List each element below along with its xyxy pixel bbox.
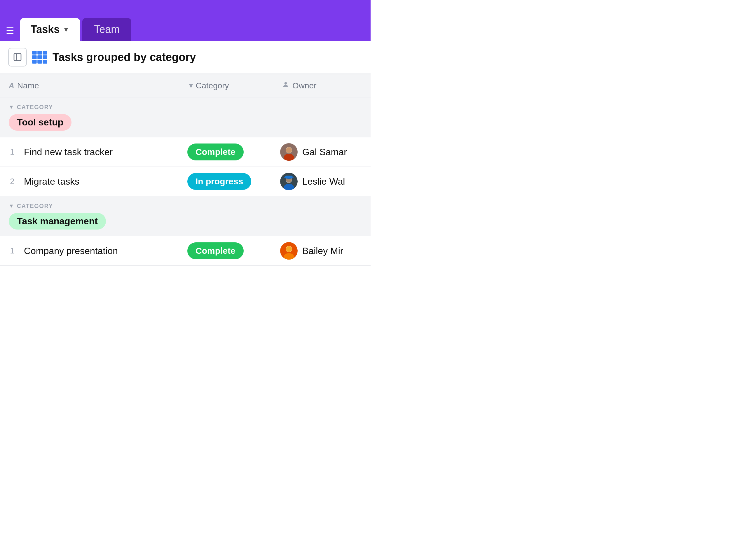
svg-rect-8 xyxy=(32,60,37,63)
category-header-cell-task-management: ▼ CATEGORY Task management xyxy=(0,196,180,236)
column-header-name: A Name xyxy=(0,74,180,97)
category-header-cell-tool-setup: ▼ CATEGORY Tool setup xyxy=(0,98,180,137)
category-column-label: Category xyxy=(196,81,229,90)
svg-point-15 xyxy=(286,147,292,153)
tasks-table: A Name ▾ Category Owner ▼ CATEGORY Tool … xyxy=(0,74,370,266)
row-name-find-tracker: Find new task tracker xyxy=(24,147,113,158)
svg-point-11 xyxy=(284,82,287,85)
row-number: 1 xyxy=(9,147,16,157)
column-header-owner: Owner xyxy=(273,74,370,97)
svg-rect-4 xyxy=(43,51,47,55)
owner-name-leslie: Leslie Wal xyxy=(302,176,345,187)
team-tab[interactable]: Team xyxy=(82,18,131,41)
sub-header: Tasks grouped by category xyxy=(0,41,370,74)
avatar-image-bailey xyxy=(280,242,298,260)
svg-rect-21 xyxy=(285,176,292,178)
category-header-empty-owner xyxy=(273,98,370,137)
row-name-migrate: Migrate tasks xyxy=(24,176,79,187)
avatar-image-leslie xyxy=(280,173,298,190)
row-number: 1 xyxy=(9,246,16,256)
svg-rect-5 xyxy=(32,55,37,59)
owner-name-gal: Gal Samar xyxy=(302,147,347,158)
status-badge-inprogress[interactable]: In progress xyxy=(187,173,251,190)
name-column-icon: A xyxy=(9,81,14,90)
row-owner-cell-find-tracker: Gal Samar xyxy=(273,137,370,166)
avatar-leslie xyxy=(280,173,298,190)
category-header-empty-category xyxy=(180,98,273,137)
svg-rect-3 xyxy=(37,51,42,55)
tasks-tab[interactable]: Tasks ▼ xyxy=(20,18,80,41)
hamburger-icon: ☰ xyxy=(6,26,14,36)
grid-view-icon xyxy=(32,51,47,63)
top-navigation: ☰ Tasks ▼ Team xyxy=(0,0,370,41)
category-label: CATEGORY xyxy=(17,203,53,209)
row-name-presentation: Company presentation xyxy=(24,246,118,257)
category-group-header-tool-setup: ▼ CATEGORY Tool setup xyxy=(0,98,370,137)
row-number: 2 xyxy=(9,177,16,186)
status-badge-complete[interactable]: Complete xyxy=(187,242,243,259)
category-badge-task-management[interactable]: Task management xyxy=(9,213,106,230)
svg-rect-0 xyxy=(14,54,21,61)
sidebar-toggle-button[interactable] xyxy=(8,48,27,66)
sidebar-toggle-icon xyxy=(13,53,22,62)
category-label: CATEGORY xyxy=(17,104,53,110)
svg-rect-9 xyxy=(37,60,42,63)
avatar-gal xyxy=(280,143,298,161)
name-column-label: Name xyxy=(17,81,39,90)
tasks-chevron-icon: ▼ xyxy=(62,25,70,33)
table-row: 2 Migrate tasks In progress Leslie Wal xyxy=(0,167,370,196)
row-owner-cell-migrate: Leslie Wal xyxy=(273,167,370,196)
svg-point-25 xyxy=(286,246,292,252)
hamburger-button[interactable]: ☰ xyxy=(6,26,14,35)
table-header-row: A Name ▾ Category Owner xyxy=(0,74,370,98)
team-tab-label: Team xyxy=(94,23,120,35)
view-title: Tasks grouped by category xyxy=(53,51,196,63)
category-group-header-task-management: ▼ CATEGORY Task management xyxy=(0,196,370,236)
category-badge-tool-setup[interactable]: Tool setup xyxy=(9,114,72,131)
svg-rect-2 xyxy=(32,51,37,55)
collapse-arrow-icon[interactable]: ▼ xyxy=(9,104,14,110)
owner-name-bailey: Bailey Mir xyxy=(302,246,343,257)
svg-rect-10 xyxy=(43,60,47,63)
column-header-category: ▾ Category xyxy=(180,74,273,97)
owner-column-icon xyxy=(282,81,289,90)
row-owner-cell-presentation: Bailey Mir xyxy=(273,236,370,265)
avatar-bailey xyxy=(280,242,298,260)
owner-column-label: Owner xyxy=(292,81,316,90)
collapse-arrow-icon[interactable]: ▼ xyxy=(9,203,14,209)
category-header-empty-owner xyxy=(273,196,370,236)
svg-rect-7 xyxy=(43,55,47,59)
avatar-image-gal xyxy=(280,143,298,161)
category-column-icon: ▾ xyxy=(189,81,193,90)
row-name-cell-migrate: 2 Migrate tasks xyxy=(0,167,180,196)
row-category-cell-migrate: In progress xyxy=(180,167,273,196)
row-name-cell-presentation: 1 Company presentation xyxy=(0,236,180,265)
row-category-cell-find-tracker: Complete xyxy=(180,137,273,166)
svg-rect-6 xyxy=(37,55,42,59)
category-header-empty-category xyxy=(180,196,273,236)
status-badge-complete[interactable]: Complete xyxy=(187,143,243,160)
tasks-tab-label: Tasks xyxy=(31,23,59,35)
table-row: 1 Find new task tracker Complete Gal Sam… xyxy=(0,137,370,167)
row-category-cell-presentation: Complete xyxy=(180,236,273,265)
table-row: 1 Company presentation Complete Bailey M… xyxy=(0,236,370,266)
row-name-cell-find-tracker: 1 Find new task tracker xyxy=(0,137,180,166)
